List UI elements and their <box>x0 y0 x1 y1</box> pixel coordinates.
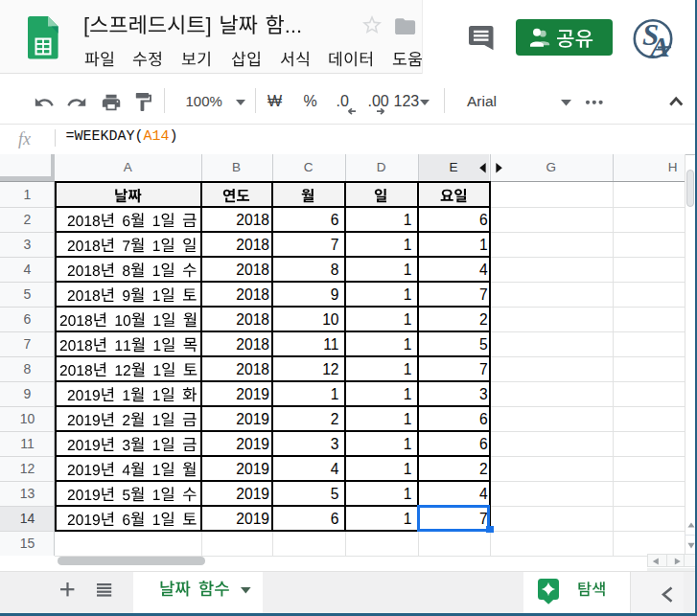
svg-text:A: A <box>649 30 670 61</box>
